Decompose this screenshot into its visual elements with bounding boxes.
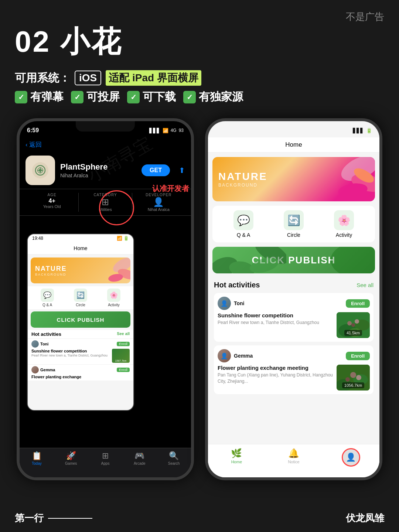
right-phone-screen: Home NATURE BACKGROUND (208, 137, 379, 477)
inner-icon-qa: 💬 Q & A (41, 289, 54, 307)
network-label: 4G (171, 128, 177, 133)
app-dev-store: Nihat Aralca (60, 173, 136, 178)
phone-btn-left3 (17, 210, 18, 232)
annotation-separator-line (48, 518, 92, 519)
tab-apps-label: Apps (101, 461, 110, 466)
back-chevron-icon: ‹ (25, 141, 28, 149)
signal-right-icon: ▋▋▋ (353, 128, 364, 133)
inner-status-bar: 19:48 📶 🔋 (28, 234, 133, 242)
inner-icon-qa-circle: 💬 (41, 289, 54, 302)
phone-btn-right-r (381, 173, 382, 195)
km-1-badge: 41.5km (344, 330, 362, 336)
left-phone: 6:59 ▋▋▋ 📶 4G 93 ‹ 返回 (17, 118, 194, 480)
right-tab-profile[interactable]: 👤 (322, 448, 379, 467)
tab-today[interactable]: 📋 Today (20, 451, 54, 466)
right-icon-qa[interactable]: 💬 Q & A (233, 210, 253, 238)
right-tab-notice-icon: 🔔 (288, 448, 299, 458)
back-button[interactable]: ‹ 返回 (20, 137, 191, 152)
title-area: 02 小花 (15, 22, 122, 62)
activity-1-location: Pearl River new town a, Tianhe District,… (218, 320, 333, 326)
battery-right-icon: 🔋 (366, 128, 372, 133)
meta-developer: DEVELOPER 👤 Nihat Aralca (132, 193, 185, 212)
inner-screenshot: 19:48 📶 🔋 Home NATURE BACKGROUND (27, 233, 134, 411)
inner-icon-circle-label: Circle (76, 303, 85, 307)
ios-detail: 适配 iPad 界面横屏 (106, 70, 201, 86)
tab-games-icon: 🚀 (66, 451, 76, 461)
activity-2-km-badge: 1056.7km (337, 365, 370, 391)
right-tab-home-label: Home (231, 460, 242, 464)
user-1-name: Toni (234, 300, 245, 306)
right-icon-circle-bg: 🔄 (284, 210, 304, 230)
enroll-1-btn[interactable]: Enroll (346, 299, 370, 308)
system-line: 可用系统： iOS 适配 iPad 界面横屏 (15, 70, 243, 86)
check-icon-1: ✓ (15, 91, 27, 103)
enroll-2-btn[interactable]: Enroll (346, 352, 370, 360)
meta-category: CATEGORY ⊞ Utilities (78, 193, 132, 212)
get-button[interactable]: GET (141, 164, 170, 176)
user-2-name: Gemma (234, 353, 253, 359)
see-all[interactable]: See all (357, 282, 374, 288)
right-icon-activity[interactable]: 🌸 Activity (334, 210, 354, 238)
phones-container: 6:59 ▋▋▋ 📶 4G 93 ‹ 返回 (0, 118, 399, 480)
right-activity-1: 👤 Toni Enroll Sunshine flower competitio… (214, 293, 374, 342)
phone-btn-left2 (17, 182, 18, 204)
page-title: 02 小花 (15, 22, 122, 62)
tab-search-icon: 🔍 (169, 451, 179, 461)
tab-search[interactable]: 🔍 Search (157, 451, 191, 466)
hot-title: Hot activities (214, 281, 260, 289)
right-publish-btn[interactable]: CLICK PUBLISH (212, 247, 375, 273)
user-2-avatar: 👤 (218, 349, 231, 362)
right-icon-activity-label: Activity (336, 232, 352, 238)
inner-publish-btn[interactable]: CLICK PUBLISH (31, 311, 130, 328)
share-icon[interactable]: ⬆ (179, 166, 185, 175)
inner-icon-circle-bg: 🔄 (74, 289, 87, 302)
right-tab-notice[interactable]: 🔔 Notice (265, 448, 323, 464)
phone-notch-left (76, 121, 135, 132)
right-icon-qa-label: Q & A (237, 232, 250, 238)
phone-btn-left1 (17, 162, 18, 177)
app-header: PlantSphere Nihat Aralca GET ⬆ (20, 152, 191, 189)
meta-age-value: 4+ (25, 198, 78, 204)
tab-bar-left: 📋 Today 🚀 Games ⊞ Apps 🎮 Arcade 🔍 (20, 448, 191, 477)
activity-1-header: 👤 Toni Enroll (218, 297, 370, 310)
tab-games-label: Games (65, 461, 77, 466)
right-tab-notice-label: Notice (288, 460, 299, 464)
inner-activity-1: Toni Enroll Sunshine flower competition … (28, 338, 133, 364)
back-label: 返回 (29, 140, 42, 149)
meta-age-label: AGE (25, 193, 78, 197)
feature-line: ✓ 有弹幕 ✓ 可投屏 ✓ 可下载 ✓ 有独家源 (15, 89, 243, 105)
inner-see-all[interactable]: See all (117, 331, 130, 337)
tab-today-icon: 📋 (32, 451, 42, 461)
svg-point-1 (39, 169, 42, 172)
activity-2-title: Flower planting exchange meeting (218, 365, 333, 371)
user-1-avatar: 👤 (218, 297, 231, 310)
right-icon-circle-label: Circle (287, 232, 300, 238)
inner-status-icons: 📶 🔋 (117, 236, 129, 241)
meta-cat-sub: Utilities (79, 207, 132, 212)
inner-banner: NATURE BACKGROUND (31, 258, 130, 283)
tab-search-label: Search (168, 461, 180, 466)
battery-icon: 93 (179, 128, 184, 133)
right-tab-home[interactable]: 🌿 Home (208, 448, 265, 464)
app-store-screen: ‹ 返回 PlantSphere Nihat Aralca (20, 137, 191, 477)
inner-icon-qa-label: Q & A (42, 303, 52, 307)
inner-icon-activity-circle: 🌸 (107, 289, 120, 302)
check-icon-4: ✓ (183, 91, 196, 103)
inner-icon-activity-label: Activity (108, 303, 120, 307)
tab-today-label: Today (32, 461, 42, 466)
inner-act1-loc: Pearl River new town a, Tianhe District,… (31, 354, 110, 357)
right-tab-home-icon: 🌿 (231, 448, 242, 458)
hot-title-row: Hot activities See all (214, 281, 374, 289)
right-icon-circle[interactable]: 🔄 Circle (284, 210, 304, 238)
right-icon-activity-bg: 🌸 (334, 210, 354, 230)
meta-cat-label: CATEGORY (79, 193, 132, 197)
system-info: 可用系统： iOS 适配 iPad 界面横屏 ✓ 有弹幕 ✓ 可投屏 ✓ 可下载… (15, 70, 243, 105)
top-label: 不是广告 (346, 10, 384, 23)
tab-arcade[interactable]: 🎮 Arcade (122, 451, 157, 466)
tab-games[interactable]: 🚀 Games (54, 451, 88, 466)
inner-act2-title: Flower planting exchange (31, 375, 130, 379)
meta-age: AGE 4+ Years Old (25, 193, 78, 212)
dev-text-annotation: 认准开发者 (152, 184, 189, 194)
check-icon-3: ✓ (127, 91, 140, 103)
tab-apps[interactable]: ⊞ Apps (88, 451, 123, 466)
